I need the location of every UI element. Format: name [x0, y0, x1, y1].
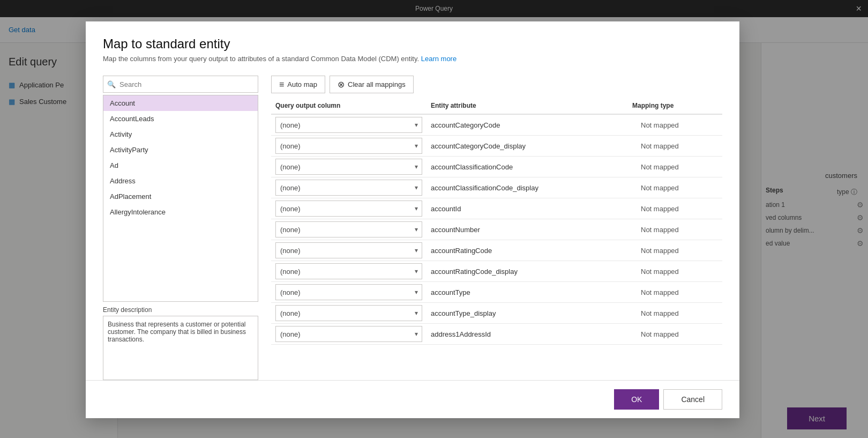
auto-map-icon: ≡: [279, 80, 284, 90]
query-column-select-9[interactable]: (none): [275, 284, 422, 300]
entity-attr-cell-11: address1AddressId: [426, 328, 637, 340]
mapping-select-cell-9: (none): [271, 282, 426, 302]
ok-button[interactable]: OK: [614, 389, 659, 410]
entity-attr-cell-4: accountClassificationCode_display: [426, 182, 637, 194]
select-wrap-2: (none): [275, 138, 422, 154]
mapping-table-wrap: Query output column Entity attribute Map…: [271, 100, 722, 380]
entity-attr-cell-3: accountClassificationCode: [426, 161, 637, 173]
select-wrap-7: (none): [275, 242, 422, 258]
mapping-type-value-1: Not mapped: [641, 121, 679, 129]
clear-map-label: Clear all mappings: [348, 80, 406, 88]
entity-item-address[interactable]: Address: [103, 173, 258, 189]
entity-attr-cell-1: accountCategoryCode: [426, 119, 637, 131]
mapping-type-value-8: Not mapped: [641, 268, 679, 276]
entity-item-accountleads[interactable]: AccountLeads: [103, 111, 258, 127]
header-query-output: Query output column: [271, 100, 426, 112]
entity-attr-value-7: accountRatingCode: [431, 247, 492, 255]
mapping-type-value-2: Not mapped: [641, 142, 679, 150]
entity-item-ad[interactable]: Ad: [103, 158, 258, 173]
entity-description-box: Business that represents a customer or p…: [103, 316, 258, 380]
mapping-type-cell-10: Not mapped: [637, 307, 722, 320]
mapping-select-cell-3: (none): [271, 157, 426, 177]
mapping-type-value-5: Not mapped: [641, 205, 679, 213]
entity-attr-cell-2: accountCategoryCode_display: [426, 140, 637, 152]
entity-item-activity[interactable]: Activity: [103, 127, 258, 142]
header-entity-attr: Entity attribute: [426, 100, 628, 112]
entity-attr-value-10: accountType_display: [431, 309, 496, 317]
mapping-type-cell-5: Not mapped: [637, 203, 722, 215]
entity-panel: 🔍 Account AccountLeads Activity Activity…: [103, 76, 258, 380]
mapping-select-cell-7: (none): [271, 240, 426, 261]
table-row: (none) accountType Not mapped: [271, 282, 722, 303]
mapping-select-cell-8: (none): [271, 261, 426, 281]
select-wrap-6: (none): [275, 221, 422, 237]
clear-map-icon: ⊗: [338, 79, 345, 90]
query-column-select-8[interactable]: (none): [275, 263, 422, 279]
mapping-select-cell-1: (none): [271, 115, 426, 135]
query-column-select-4[interactable]: (none): [275, 180, 422, 196]
entity-attr-cell-10: accountType_display: [426, 307, 637, 320]
clear-all-mappings-button[interactable]: ⊗ Clear all mappings: [330, 76, 414, 93]
cancel-button[interactable]: Cancel: [663, 389, 722, 410]
entity-item-activityparty[interactable]: ActivityParty: [103, 142, 258, 158]
modal-title: Map to standard entity: [103, 36, 722, 51]
entity-attr-value-9: accountType: [431, 288, 470, 296]
entity-list-wrap: Account AccountLeads Activity ActivityPa…: [103, 95, 258, 302]
table-row: (none) accountClassificationCode_display…: [271, 177, 722, 198]
query-column-select-6[interactable]: (none): [275, 221, 422, 237]
auto-map-label: Auto map: [287, 80, 317, 88]
entity-attr-value-4: accountClassificationCode_display: [431, 184, 538, 192]
mapping-select-cell-4: (none): [271, 177, 426, 198]
query-column-select-11[interactable]: (none): [275, 326, 422, 342]
mapping-select-cell-11: (none): [271, 324, 426, 344]
mapping-type-cell-8: Not mapped: [637, 265, 722, 278]
mapping-select-cell-6: (none): [271, 219, 426, 240]
modal-subtitle: Map the columns from your query output t…: [103, 55, 722, 63]
mapping-type-cell-11: Not mapped: [637, 328, 722, 340]
entity-item-account[interactable]: Account: [103, 95, 258, 111]
modal-header: Map to standard entity Map the columns f…: [86, 21, 739, 67]
mapping-table-header: Query output column Entity attribute Map…: [271, 100, 722, 115]
select-wrap-5: (none): [275, 201, 422, 217]
mapping-type-cell-4: Not mapped: [637, 182, 722, 194]
entity-attr-value-11: address1AddressId: [431, 330, 491, 338]
table-row: (none) accountClassificationCode Not map…: [271, 157, 722, 177]
query-column-select-7[interactable]: (none): [275, 242, 422, 258]
entity-list: Account AccountLeads Activity ActivityPa…: [103, 95, 258, 301]
mapping-type-value-6: Not mapped: [641, 226, 679, 234]
learn-more-link[interactable]: Learn more: [421, 55, 457, 63]
table-row: (none) accountCategoryCode Not mapped: [271, 115, 722, 136]
entity-attr-value-5: accountId: [431, 205, 461, 213]
mapping-type-value-7: Not mapped: [641, 247, 679, 255]
select-wrap-8: (none): [275, 263, 422, 279]
entity-attr-value-8: accountRatingCode_display: [431, 268, 518, 276]
entity-attr-value-3: accountClassificationCode: [431, 163, 513, 171]
query-column-select-1[interactable]: (none): [275, 117, 422, 133]
mapping-select-cell-5: (none): [271, 198, 426, 219]
mapping-type-cell-3: Not mapped: [637, 161, 722, 173]
query-column-select-10[interactable]: (none): [275, 305, 422, 321]
table-row: (none) accountRatingCode Not mapped: [271, 240, 722, 261]
select-wrap-1: (none): [275, 117, 422, 133]
entity-item-allergyintolerance[interactable]: AllergyIntolerance: [103, 204, 258, 220]
mapping-type-value-9: Not mapped: [641, 288, 679, 296]
mapping-type-cell-1: Not mapped: [637, 119, 722, 131]
mapping-toolbar: ≡ Auto map ⊗ Clear all mappings: [271, 76, 722, 93]
search-input[interactable]: [103, 76, 258, 93]
auto-map-button[interactable]: ≡ Auto map: [271, 76, 325, 93]
map-entity-modal: Map to standard entity Map the columns f…: [86, 21, 739, 418]
table-row: (none) accountType_display Not mapped: [271, 303, 722, 324]
table-row: (none) accountId Not mapped: [271, 198, 722, 219]
entity-attr-cell-9: accountType: [426, 286, 637, 299]
mapping-table-body: (none) accountCategoryCode Not mapped: [271, 115, 722, 379]
modal-subtitle-text: Map the columns from your query output t…: [103, 55, 419, 63]
entity-description-label: Entity description: [103, 306, 258, 314]
entity-attr-value-1: accountCategoryCode: [431, 121, 500, 129]
query-column-select-5[interactable]: (none): [275, 201, 422, 217]
table-row: (none) accountCategoryCode_display Not m…: [271, 136, 722, 157]
entity-item-adplacement[interactable]: AdPlacement: [103, 189, 258, 204]
query-column-select-2[interactable]: (none): [275, 138, 422, 154]
entity-attr-cell-6: accountNumber: [426, 224, 637, 236]
mapping-panel: ≡ Auto map ⊗ Clear all mappings Query ou…: [271, 76, 722, 380]
query-column-select-3[interactable]: (none): [275, 159, 422, 175]
